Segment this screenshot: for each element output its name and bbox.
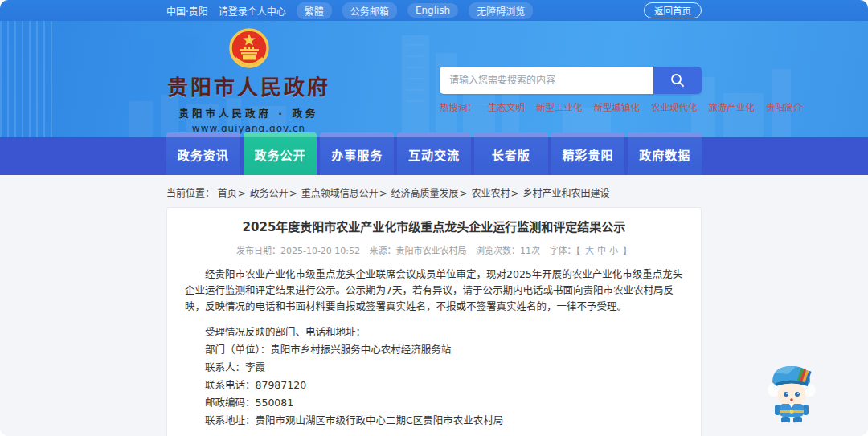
nav-tab-government-data[interactable]: 政府数据 [628,132,702,175]
nav-tab-interaction[interactable]: 互动交流 [397,132,471,175]
font-size-large[interactable]: 大 [585,246,594,256]
breadcrumb-separator: > [379,188,387,199]
breadcrumb-separator: > [238,188,246,199]
topbar-item-english[interactable]: English [407,3,458,18]
topbar-item-traditional-chinese[interactable]: 繁體 [297,2,332,19]
nav-tab-wonderful-guiyang[interactable]: 精彩贵阳 [551,132,625,175]
topbar-item-china-guiyang[interactable]: 中国·贵阳 [166,4,208,18]
site-banner: 贵阳市人民政府 贵阳市人民政府 · 政务 www.guiyang.gov.cn … [0,21,868,137]
return-home-button[interactable]: 返回首页 [644,2,702,18]
info-line-postcode: 邮政编码：550081 [185,396,683,410]
breadcrumb-rural-industry[interactable]: 乡村产业和农田建设 [522,188,609,199]
breadcrumb-label: 当前位置： [166,188,215,199]
article-card: 2025年度贵阳市农业产业化市级重点龙头企业运行监测和评定结果公示 发布日期：2… [166,207,702,436]
search-input[interactable] [440,67,653,94]
site-logo[interactable]: 贵阳市人民政府 贵阳市人民政府 · 政务 www.guiyang.gov.cn [166,21,331,137]
top-utility-bar: 中国·贵阳 请登录个人中心 繁體 公务邮箱 English 无障碍浏览 返回首页 [0,0,868,21]
hotword-new-urbanization[interactable]: 新型城镇化 [594,100,641,113]
breadcrumb-agriculture[interactable]: 农业农村 [471,188,510,199]
topbar-item-official-mail[interactable]: 公务邮箱 [342,2,397,19]
nav-tab-services[interactable]: 办事服务 [320,132,394,175]
mascot-icon [764,361,820,426]
site-subtitle: 贵阳市人民政府 · 政务 [179,105,319,120]
info-line-phone: 联系电话：87987120 [185,378,683,393]
breadcrumb-home[interactable]: 首页 [218,188,237,199]
topbar-item-accessibility[interactable]: 无障碍浏览 [469,2,533,19]
hotword-guiyang-intro[interactable]: 贵阳简介 [766,100,803,113]
view-count: 浏览次数：11次 [476,246,540,256]
search-button[interactable] [653,67,702,94]
main-navigation: 政务资讯 政务公开 办事服务 互动交流 长者版 精彩贵阳 政府数据 [0,137,868,175]
font-size-medium[interactable]: 中 [597,246,606,256]
page: 中国·贵阳 请登录个人中心 繁體 公务邮箱 English 无障碍浏览 返回首页 [0,0,868,436]
font-size-bracket: 】 [623,246,632,256]
breadcrumb: 当前位置： 首页> 政务公开> 重点领域信息公开> 经济高质量发展> 农业农村>… [166,185,702,199]
assistant-mascot-button[interactable] [764,361,820,426]
article-paragraph: 经贵阳市农业产业化市级重点龙头企业联席会议成员单位审定，现对2025年开展的农业… [185,267,683,315]
site-title: 贵阳市人民政府 [167,71,330,100]
nav-tab-senior-version[interactable]: 长者版 [474,132,548,175]
nav-tab-government-disclosure[interactable]: 政务公开 [244,132,317,175]
info-line-department: 部门（单位）：贵阳市乡村振兴服务中心农村经济服务站 [185,343,683,357]
info-line-address: 联系地址：贵阳市观山湖区市级行政中心二期C区贵阳市农业农村局 [185,414,683,428]
hotword-eco-civilization[interactable]: 生态文明 [488,100,525,113]
breadcrumb-separator: > [289,188,297,199]
nav-tab-government-news[interactable]: 政务资讯 [166,132,240,175]
hotwords-label: 热搜词： [440,100,477,113]
topbar-item-login-personal-center[interactable]: 请登录个人中心 [219,4,286,18]
info-line-contact-header: 受理情况反映的部门、电话和地址： [185,325,683,340]
search-area: 热搜词： 生态文明 新型工业化 新型城镇化 农业现代化 旅游产业化 贵阳简介 [440,21,702,137]
hotword-new-industrialization[interactable]: 新型工业化 [536,100,583,113]
breadcrumb-separator: > [510,188,518,199]
publish-date: 发布日期：2025-10-20 10:52 [236,246,360,256]
article-title: 2025年度贵阳市农业产业化市级重点龙头企业运行监测和评定结果公示 [185,219,683,236]
search-icon [669,72,686,88]
article-source: 来源：贵阳市农业农村局 [370,246,467,256]
topbar-links: 中国·贵阳 请登录个人中心 繁體 公务邮箱 English 无障碍浏览 [166,2,644,19]
font-size-small[interactable]: 小 [609,246,618,256]
breadcrumb-disclosure[interactable]: 政务公开 [250,188,289,199]
breadcrumb-key-areas[interactable]: 重点领域信息公开 [301,188,379,199]
hotword-agri-modernization[interactable]: 农业现代化 [651,100,698,113]
hot-search-words: 热搜词： 生态文明 新型工业化 新型城镇化 农业现代化 旅游产业化 贵阳简介 [440,100,702,113]
hotword-tourism-industrialization[interactable]: 旅游产业化 [709,100,755,113]
article-meta: 发布日期：2025-10-20 10:52 来源：贵阳市农业农村局 浏览次数：1… [185,243,683,256]
font-size-label: 字体：【 [550,246,581,256]
breadcrumb-economy[interactable]: 经济高质量发展 [391,188,459,199]
national-emblem-icon [229,27,269,69]
breadcrumb-separator: > [460,188,468,199]
info-line-contact-person: 联系人：李霞 [185,361,683,375]
